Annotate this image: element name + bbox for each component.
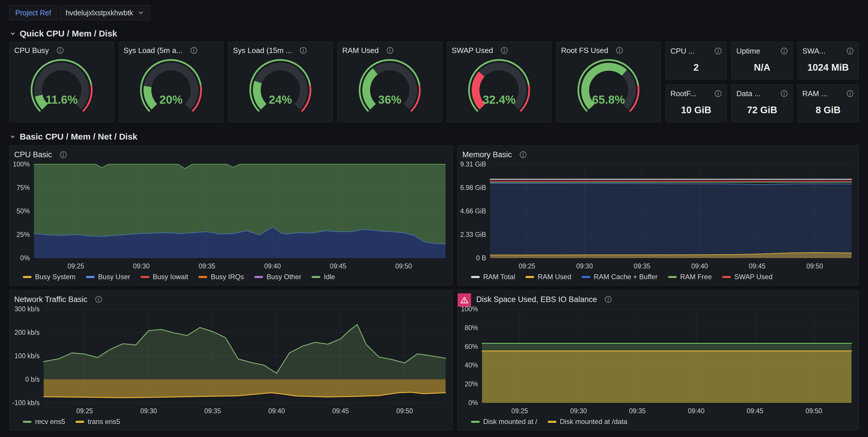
svg-text:09:50: 09:50 [806, 262, 823, 270]
variable-label: Project Ref [9, 5, 57, 20]
panel-title[interactable]: SWA... [802, 47, 826, 56]
svg-text:11.6%: 11.6% [45, 93, 78, 106]
info-icon[interactable] [714, 47, 722, 55]
info-icon[interactable] [300, 47, 307, 54]
info-icon[interactable] [500, 47, 508, 54]
legend-series-marker [525, 276, 534, 278]
info-icon[interactable] [780, 47, 788, 55]
svg-text:09:35: 09:35 [629, 407, 646, 415]
svg-text:0 b/s: 0 b/s [25, 376, 40, 383]
panel-title[interactable]: Sys Load (15m ... [233, 46, 292, 55]
svg-text:09:25: 09:25 [511, 407, 528, 415]
svg-text:40%: 40% [465, 361, 478, 369]
info-icon[interactable] [519, 151, 527, 158]
panel-title[interactable]: Data ... [736, 89, 761, 98]
panel-root-fs-used: Root FS Used 65.8% [556, 42, 661, 122]
info-icon[interactable] [846, 47, 854, 55]
legend-item[interactable]: Idle [312, 273, 335, 281]
legend-item[interactable]: Busy User [86, 273, 130, 281]
info-icon[interactable] [190, 47, 197, 54]
svg-text:75%: 75% [17, 184, 30, 192]
legend-item[interactable]: Disk mounted at /data [548, 417, 627, 426]
panel-title[interactable]: Memory Basic [462, 150, 512, 159]
info-icon[interactable] [604, 296, 612, 303]
info-icon[interactable] [714, 90, 722, 97]
legend-item[interactable]: Busy IRQs [198, 273, 244, 281]
stat-value: 72 GiB [732, 99, 793, 122]
info-icon[interactable] [60, 151, 67, 158]
legend-series-label: trans ens5 [88, 417, 120, 426]
legend-series-marker [141, 276, 149, 278]
svg-text:20%: 20% [159, 93, 183, 106]
stat-value: 8 GiB [798, 99, 859, 122]
svg-text:-100 kb/s: -100 kb/s [12, 399, 40, 407]
legend-item[interactable]: recv ens5 [23, 417, 65, 426]
panel-title[interactable]: RootF... [671, 89, 696, 98]
svg-text:09:25: 09:25 [67, 262, 84, 270]
section-title: Quick CPU / Mem / Disk [20, 29, 117, 38]
panel-cpu-basic: CPU Basic 0%25%50%75%100%09:2509:3009:35… [9, 145, 453, 286]
svg-text:09:25: 09:25 [519, 262, 535, 270]
svg-text:100%: 100% [461, 305, 478, 313]
panel-title[interactable]: CPU Basic [14, 150, 52, 159]
info-icon[interactable] [846, 90, 854, 97]
panel-title[interactable]: CPU Busy [14, 46, 49, 55]
legend-item[interactable]: RAM Used [525, 273, 571, 281]
panel-ram-used: RAM Used 36% [337, 42, 442, 122]
section-basic-cpu-mem-net-disk[interactable]: Basic CPU / Mem / Net / Disk [9, 128, 859, 145]
panel-title[interactable]: Sys Load (5m a... [124, 46, 183, 55]
legend-item[interactable]: RAM Total [471, 273, 515, 281]
panel-cpu-busy: CPU Busy 11.6% [9, 42, 114, 122]
legend-series-marker [548, 421, 556, 423]
variable-dropdown[interactable]: hvdelujxlxstpxkhwbtk [60, 5, 150, 20]
legend-item[interactable]: RAM Cache + Buffer [582, 273, 657, 281]
legend-item[interactable]: RAM Free [668, 273, 712, 281]
svg-text:0%: 0% [468, 399, 478, 407]
panel-sys-load-15m: Sys Load (15m ... 24% [228, 42, 333, 122]
legend-item[interactable]: Busy Iowait [141, 273, 188, 281]
panel-title[interactable]: CPU ... [671, 47, 695, 56]
dashboard: Project Ref hvdelujxlxstpxkhwbtk Quick C… [0, 0, 868, 430]
legend-series-marker [198, 276, 207, 278]
legend-item[interactable]: Disk mounted at / [471, 417, 537, 426]
panel-title[interactable]: RAM Used [342, 46, 379, 55]
panel-title[interactable]: Disk Space Used, EBS IO Balance [476, 295, 597, 304]
info-icon[interactable] [616, 47, 623, 54]
svg-text:09:35: 09:35 [633, 262, 650, 270]
legend-item[interactable]: Busy System [23, 273, 75, 281]
legend-series-label: recv ens5 [35, 417, 65, 426]
legend-series-marker [23, 276, 32, 278]
panel-title[interactable]: SWAP Used [452, 46, 493, 55]
time-series-chart[interactable]: 0 B2.33 GiB4.66 GiB6.98 GiB9.31 GiB09:25… [458, 161, 859, 272]
time-series-chart[interactable]: 0%25%50%75%100%09:2509:3009:3509:4009:45… [9, 161, 453, 272]
info-icon[interactable] [780, 90, 788, 97]
info-icon[interactable] [56, 47, 64, 54]
panel-title[interactable]: Uptime [736, 47, 760, 56]
time-series-chart[interactable]: -100 kb/s0 b/s100 kb/s200 kb/s300 kb/s09… [9, 305, 453, 417]
legend-series-label: RAM Free [680, 273, 712, 281]
info-icon[interactable] [95, 296, 102, 303]
legend: recv ens5trans ens5 [9, 417, 453, 430]
svg-text:09:40: 09:40 [691, 262, 708, 270]
svg-text:4.66 GiB: 4.66 GiB [460, 207, 486, 215]
legend-series-marker [312, 276, 320, 278]
legend-series-label: Busy User [98, 273, 130, 281]
panel-title[interactable]: RAM ... [802, 89, 828, 98]
info-icon[interactable] [386, 47, 394, 54]
legend-series-label: Busy IRQs [211, 273, 244, 281]
panel-sys-load-5m: Sys Load (5m a... 20% [119, 42, 223, 122]
panel-title[interactable]: Root FS Used [561, 46, 608, 55]
legend-series-marker [23, 421, 32, 423]
legend-item[interactable]: Busy Other [254, 273, 301, 281]
legend-series-marker [582, 276, 590, 278]
alert-icon[interactable] [458, 293, 471, 307]
time-series-chart[interactable]: 0%20%40%60%80%100%09:2509:3009:3509:4009… [458, 305, 859, 417]
legend-item[interactable]: SWAP Used [722, 273, 773, 281]
svg-text:0%: 0% [20, 254, 30, 262]
legend-series-marker [75, 421, 84, 423]
panel-title[interactable]: Network Traffic Basic [14, 295, 87, 304]
svg-text:09:40: 09:40 [688, 407, 705, 415]
legend-item[interactable]: trans ens5 [75, 417, 120, 426]
svg-text:09:30: 09:30 [570, 407, 587, 415]
section-quick-cpu-mem-disk[interactable]: Quick CPU / Mem / Disk [9, 26, 859, 42]
